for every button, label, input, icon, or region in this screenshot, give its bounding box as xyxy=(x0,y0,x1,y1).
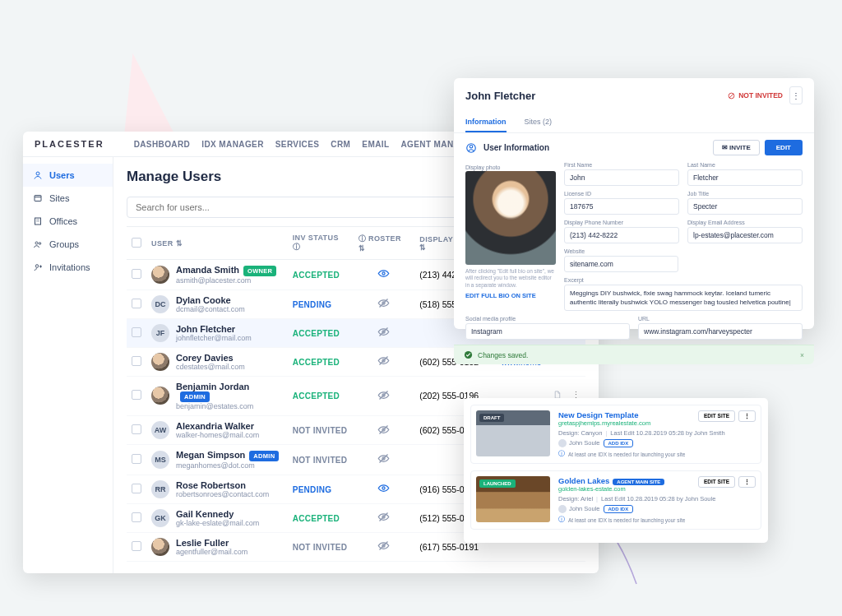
col-inv-status[interactable]: INV STATUS ⓘ xyxy=(288,227,354,260)
user-name: John Fletcher xyxy=(176,324,252,334)
inv-status: ACCEPTED xyxy=(293,358,340,367)
svg-point-0 xyxy=(36,172,39,175)
photo-note: After clicking "Edit full bio on site", … xyxy=(465,268,556,289)
col-roster[interactable]: ⓘ ROSTER ⇅ xyxy=(354,227,415,260)
search-input-wrap[interactable] xyxy=(127,197,476,218)
site-title-link[interactable]: Golden Lakes xyxy=(558,476,609,485)
social-url-field[interactable]: www.instagram.com/harveyspecter xyxy=(638,323,803,340)
roster-visibility-icon[interactable] xyxy=(377,452,390,465)
edit-site-button[interactable]: EDIT SITE xyxy=(698,476,735,488)
website-field[interactable]: sitename.com xyxy=(564,256,678,272)
roster-visibility-icon[interactable] xyxy=(377,326,390,338)
sidebar-item-invitations[interactable]: Invitations xyxy=(23,256,113,279)
site-thumbnail[interactable]: LAUNCHED xyxy=(476,476,550,522)
row-checkbox[interactable] xyxy=(132,390,141,400)
site-meta: Design: Canyon|Last Edit 10.28.2019 05:2… xyxy=(558,429,756,437)
first-name-field[interactable]: John xyxy=(564,169,679,186)
phone-field[interactable]: (213) 442-8222 xyxy=(564,227,679,243)
profile-photo xyxy=(465,171,556,265)
idx-warning: At least one IDX is needed for launching… xyxy=(558,450,756,458)
user-name: Benjamin JordanADMIN xyxy=(176,382,283,403)
avatar: AW xyxy=(151,421,169,439)
site-more-button[interactable]: ⋮ xyxy=(738,410,756,422)
nav-crm[interactable]: CRM xyxy=(331,140,350,149)
admin-avatar xyxy=(558,439,567,447)
sidebar-item-offices[interactable]: Offices xyxy=(23,210,113,233)
search-input[interactable] xyxy=(136,202,457,212)
tab-information[interactable]: Information xyxy=(465,113,507,132)
roster-visibility-icon[interactable] xyxy=(377,297,390,309)
svg-point-14 xyxy=(382,487,385,489)
row-checkbox[interactable] xyxy=(132,541,141,551)
sidebar-item-users[interactable]: Users xyxy=(23,164,113,187)
row-checkbox[interactable] xyxy=(132,484,141,493)
row-checkbox[interactable] xyxy=(132,327,141,337)
svg-point-19 xyxy=(470,145,473,148)
add-idx-button[interactable]: ADD IDX xyxy=(604,505,634,513)
excerpt-field[interactable]: Meggings DIY bushwick, fixie swag hammoc… xyxy=(564,285,803,311)
tab-sites[interactable]: Sites (2) xyxy=(525,113,553,132)
user-email: gk-lake-eslate@mail.com xyxy=(176,519,259,527)
roster-visibility-icon[interactable] xyxy=(377,511,390,523)
job-title-field[interactable]: Specter xyxy=(687,198,803,215)
avatar: MS xyxy=(151,451,169,469)
row-checkbox[interactable] xyxy=(132,454,141,464)
group-icon xyxy=(33,239,43,249)
site-more-button[interactable]: ⋮ xyxy=(738,476,756,488)
email-field[interactable]: lp-estates@placester.com xyxy=(687,227,803,243)
user-name: Rose Robertson xyxy=(176,480,269,490)
toast-close-icon[interactable]: × xyxy=(800,351,804,359)
last-name-field[interactable]: Fletcher xyxy=(687,169,803,186)
license-field[interactable]: 187675 xyxy=(564,198,679,215)
col-user[interactable]: USER ⇅ xyxy=(146,227,288,260)
nav-email[interactable]: EMAIL xyxy=(362,140,389,149)
row-checkbox[interactable] xyxy=(132,424,141,434)
user-name: Megan SimpsonADMIN xyxy=(176,450,279,461)
site-status-tag: LAUNCHED xyxy=(479,479,516,488)
roster-visibility-icon[interactable] xyxy=(377,267,390,280)
sites-panel: DRAFTNew Design Templategretaspjhemlps.m… xyxy=(464,398,768,543)
nav-idx-manager[interactable]: IDX MANAGER xyxy=(201,140,264,149)
site-card: DRAFTNew Design Templategretaspjhemlps.m… xyxy=(470,405,761,464)
add-idx-button[interactable]: ADD IDX xyxy=(604,439,634,447)
row-checkbox[interactable] xyxy=(132,269,141,279)
user-email: dcmail@contact.com xyxy=(176,305,245,313)
user-email: agentfuller@mail.com xyxy=(176,548,248,556)
saved-toast: Changes saved. × xyxy=(454,345,814,364)
edit-site-button[interactable]: EDIT SITE xyxy=(698,410,735,422)
profile-name: John Fletcher xyxy=(465,90,535,102)
select-all-checkbox[interactable] xyxy=(132,238,141,248)
roster-visibility-icon[interactable] xyxy=(377,482,390,494)
roster-visibility-icon[interactable] xyxy=(377,389,390,401)
row-checkbox[interactable] xyxy=(132,299,141,308)
roster-visibility-icon[interactable] xyxy=(377,354,390,367)
profile-more-button[interactable]: ⋮ xyxy=(789,86,803,104)
role-badge: ADMIN xyxy=(180,391,210,402)
user-name: Amanda SmithOWNER xyxy=(176,265,276,276)
nav-services[interactable]: SERVICES xyxy=(275,140,320,149)
social-profile-field[interactable]: Instagram xyxy=(465,323,630,340)
row-checkbox[interactable] xyxy=(132,356,141,366)
nav-dashboard[interactable]: DASHBOARD xyxy=(134,140,191,149)
site-thumbnail[interactable]: DRAFT xyxy=(476,410,550,456)
inv-status: ACCEPTED xyxy=(293,329,340,338)
site-status-tag: DRAFT xyxy=(479,414,504,422)
row-checkbox[interactable] xyxy=(132,512,141,522)
user-name: Alexandria Walker xyxy=(176,421,259,431)
site-card: LAUNCHEDGolden LakesAGENT MAIN SITEgolde… xyxy=(470,470,761,530)
avatar: JF xyxy=(151,324,169,342)
admin-name: John Soule xyxy=(569,505,600,512)
user-email: johnfletcher@mail.com xyxy=(176,334,252,342)
invite-button[interactable]: ✉ INVITE xyxy=(713,140,760,155)
site-title-link[interactable]: New Design Template xyxy=(558,410,639,419)
edit-button[interactable]: EDIT xyxy=(765,140,803,155)
edit-bio-link[interactable]: EDIT FULL BIO ON SITE xyxy=(465,292,556,299)
roster-visibility-icon[interactable] xyxy=(377,424,390,436)
user-name: Gail Kennedy xyxy=(176,509,259,519)
sidebar-item-sites[interactable]: Sites xyxy=(23,187,113,210)
role-badge: ADMIN xyxy=(249,451,279,461)
sidebar-item-groups[interactable]: Groups xyxy=(23,233,113,256)
roster-visibility-icon[interactable] xyxy=(377,540,390,552)
role-badge: OWNER xyxy=(243,266,276,276)
avatar: DC xyxy=(151,295,169,313)
